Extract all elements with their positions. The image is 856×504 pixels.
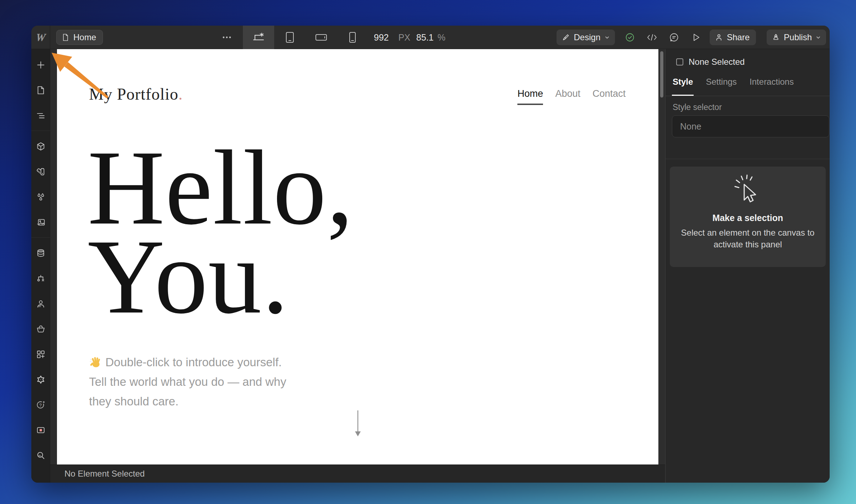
design-label: Design xyxy=(574,32,601,42)
intro-paragraph[interactable]: Double-click to introduce yourself. Tell… xyxy=(89,352,286,411)
check-circle-icon xyxy=(625,32,635,42)
logic-button[interactable] xyxy=(33,271,48,286)
intro-line-3: they should care. xyxy=(89,392,286,411)
basket-icon xyxy=(36,324,46,334)
publish-label: Publish xyxy=(784,32,812,42)
components-cube-icon xyxy=(36,142,46,151)
video-tutorials-button[interactable] xyxy=(33,482,48,483)
nav-link-about[interactable]: About xyxy=(555,88,580,105)
assets-image-icon xyxy=(36,217,46,227)
apps-grid-icon xyxy=(36,350,46,359)
pages-button[interactable] xyxy=(33,82,48,98)
design-mode-dropdown[interactable]: Design xyxy=(557,30,615,45)
style-swatches-button[interactable] xyxy=(33,164,48,179)
canvas-zoom-unit: % xyxy=(438,32,445,43)
waving-hand-emoji xyxy=(89,356,103,369)
apps-button[interactable] xyxy=(33,346,48,362)
panel-divider xyxy=(666,159,830,159)
mini-player-icon xyxy=(36,425,46,435)
site-title[interactable]: My Portfolio. xyxy=(89,85,183,104)
plus-icon xyxy=(36,60,46,70)
assets-button[interactable] xyxy=(33,214,48,230)
panel-tabs: Style Settings Interactions xyxy=(666,74,830,96)
navigator-icon xyxy=(36,111,46,120)
webflow-logo-button[interactable]: W xyxy=(31,26,50,49)
breakpoint-phone-portrait[interactable] xyxy=(337,26,368,49)
canvas-scrollbar-thumb[interactable] xyxy=(660,51,663,98)
help-button[interactable]: ? xyxy=(33,397,48,413)
selection-status-label: None Selected xyxy=(689,57,745,67)
click-cursor-icon xyxy=(727,174,768,211)
chevron-down-icon xyxy=(604,35,610,40)
hero-heading[interactable]: Hello, You. xyxy=(88,143,354,321)
svg-text:?: ? xyxy=(39,403,42,408)
share-button[interactable]: Share xyxy=(710,30,756,45)
canvas-width-value[interactable]: 992 xyxy=(374,32,389,43)
style-selector-input[interactable] xyxy=(672,115,829,137)
logic-flow-icon xyxy=(36,274,46,283)
code-icon xyxy=(647,33,657,42)
person-icon xyxy=(715,33,723,42)
empty-state-line-1: Select an element on the canvas to xyxy=(681,227,815,238)
rocket-icon xyxy=(772,33,780,42)
breakpoint-tablet[interactable] xyxy=(274,26,306,49)
ecommerce-button[interactable] xyxy=(33,321,48,337)
search-button[interactable] xyxy=(33,447,48,463)
phone-landscape-icon xyxy=(315,34,327,41)
comment-icon xyxy=(669,32,679,42)
scroll-down-arrow[interactable] xyxy=(354,410,362,438)
play-icon xyxy=(691,32,701,42)
user-icon xyxy=(36,299,46,309)
chevron-down-icon xyxy=(815,35,821,40)
search-icon xyxy=(36,451,46,460)
canvas-page[interactable]: My Portfolio. Home About Contact Hello, … xyxy=(57,49,658,464)
breakpoint-desktop-base[interactable] xyxy=(243,26,274,49)
sidebar-divider xyxy=(31,237,50,238)
share-label: Share xyxy=(727,32,750,42)
left-toolbar: ? xyxy=(31,49,50,483)
site-nav: Home About Contact xyxy=(517,88,626,105)
swatches-icon xyxy=(36,167,46,177)
add-elements-button[interactable] xyxy=(33,57,48,73)
make-selection-card: Make a selection Select an element on th… xyxy=(670,167,826,267)
help-question-icon: ? xyxy=(36,400,46,410)
pages-overflow-menu[interactable] xyxy=(219,30,235,45)
cms-button[interactable] xyxy=(33,245,48,261)
nav-link-contact[interactable]: Contact xyxy=(593,88,626,105)
ellipsis-icon xyxy=(221,33,232,42)
site-title-text: My Portfolio xyxy=(89,85,178,103)
breakpoint-bar xyxy=(243,26,368,49)
selection-checkbox[interactable] xyxy=(676,58,683,65)
tab-settings[interactable]: Settings xyxy=(706,74,737,96)
status-text: No Element Selected xyxy=(64,469,145,479)
extensions-button[interactable] xyxy=(33,372,48,387)
webflow-designer-window: W Home xyxy=(31,26,830,483)
breakpoint-phone-landscape[interactable] xyxy=(306,26,337,49)
tab-style[interactable]: Style xyxy=(673,74,693,96)
style-selector-label: Style selector xyxy=(673,103,722,112)
desktop-breakpoint-icon xyxy=(252,32,265,43)
sidebar-divider xyxy=(31,131,50,131)
publish-status-button[interactable] xyxy=(622,30,638,45)
users-button[interactable] xyxy=(33,296,48,311)
style-panel: None Selected Style Settings Interaction… xyxy=(665,49,830,483)
export-code-button[interactable] xyxy=(644,30,660,45)
tab-interactions[interactable]: Interactions xyxy=(750,74,794,96)
comments-button[interactable] xyxy=(666,30,682,45)
intro-line-2: Tell the world what you do — and why xyxy=(89,372,286,392)
nav-link-home[interactable]: Home xyxy=(517,88,543,105)
top-toolbar: W Home xyxy=(31,26,830,49)
gear-flower-icon xyxy=(36,375,46,384)
mini-player-button[interactable] xyxy=(33,422,48,438)
intro-line-1: Double-click to introduce yourself. xyxy=(105,352,282,372)
variables-button[interactable] xyxy=(33,189,48,205)
canvas-zoom-value[interactable]: 85.1 xyxy=(416,32,434,43)
home-page-tab[interactable]: Home xyxy=(56,30,103,45)
toolbar-right-cluster: Design xyxy=(557,26,826,49)
pages-icon xyxy=(36,85,46,95)
preview-button[interactable] xyxy=(688,30,704,45)
components-button[interactable] xyxy=(33,138,48,154)
publish-button[interactable]: Publish xyxy=(767,30,826,45)
navigator-button[interactable] xyxy=(33,107,48,123)
droplets-icon xyxy=(36,192,46,202)
